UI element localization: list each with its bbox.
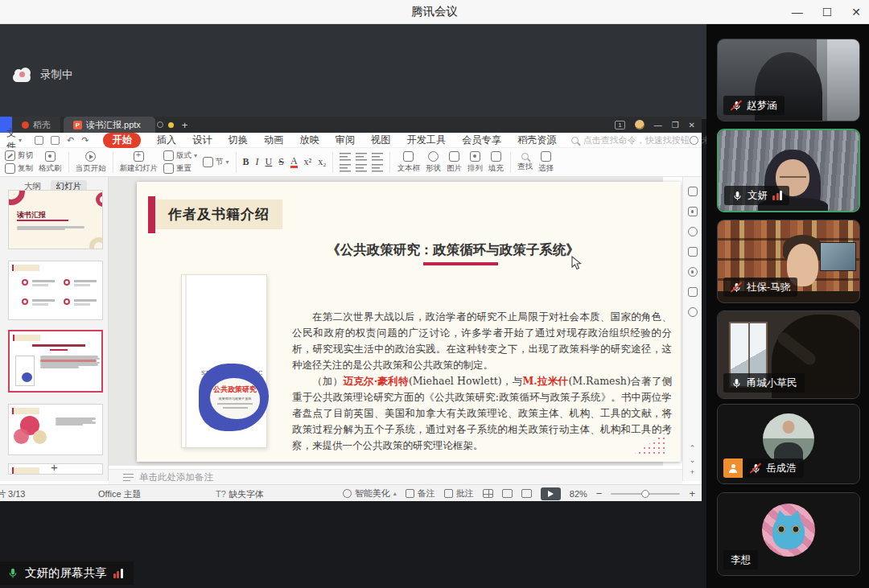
participant-tile-lixiang[interactable]: 李想 [717,492,860,576]
slide-thumbnail-4[interactable] [8,404,103,455]
copy-button[interactable]: 复制 [5,163,33,174]
number-list-icon[interactable] [356,153,367,161]
participant-tile-yongchengxiaocaomin[interactable]: 甬城小草民 [717,310,860,399]
help-icon[interactable] [688,267,698,277]
format-painter-button[interactable]: 格式刷 [39,151,62,174]
ribbon-tab-member[interactable]: 会员专享 [462,134,501,147]
select-button[interactable]: 选择 [538,151,554,174]
wps-minimize-icon[interactable]: — [654,121,662,130]
zoom-level[interactable]: 82% [570,489,587,499]
indent-icon[interactable] [372,153,383,161]
missing-font-status[interactable]: T? 缺失字体 [216,488,264,500]
redo-icon[interactable]: ↷ [81,135,89,146]
cut-button[interactable]: 剪切 [5,150,33,161]
reading-view-icon[interactable] [521,489,532,498]
zoom-slider[interactable] [611,493,680,495]
new-tab-button[interactable]: + [174,117,196,133]
wps-close-icon[interactable]: ✕ [689,121,695,130]
reset-button[interactable]: 重置 [163,163,197,174]
selection-pane-icon[interactable] [688,247,698,257]
participant-tile-yuechenghao[interactable]: 岳成浩 [717,404,860,484]
ribbon-tab-docer-res[interactable]: 稻壳资源 [517,134,557,147]
workspace-badge[interactable]: 1 [615,121,624,130]
participant-tile-wenyan-speaking[interactable]: 文妍 [717,129,860,212]
zoom-out-button[interactable]: − [596,487,603,500]
bullet-list-icon[interactable] [340,153,351,161]
arrange-button[interactable]: 排列 [467,151,483,174]
picture-button[interactable]: 图片 [447,151,462,174]
smart-beautify-button[interactable]: 智能美化▴ [343,487,397,500]
wps-content-region: 大纲 幻灯片 读书汇报 [0,177,702,521]
settings-gear-icon[interactable] [688,307,698,317]
notes-bar[interactable]: 单击此处添加备注 [109,469,682,484]
ribbon-tab-insert[interactable]: 插入 [157,134,176,147]
participant-tile-zhaomenghan[interactable]: 赵梦涵 [717,39,860,121]
wps-account-avatar[interactable] [635,120,645,130]
play-from-current-button[interactable]: 当页开始 [76,151,106,174]
align-center-icon[interactable] [356,164,367,172]
find-button[interactable]: 查找 [517,153,533,172]
slide-canvas: 作者及书籍介绍 《公共政策研究：政策循环与政策子系统》 STUDYING PUB… [109,177,663,466]
image-tools-icon[interactable] [688,287,698,297]
share-badge-label: 文妍的屏幕共享 [25,565,107,581]
participant-tile-shebaomaxiao[interactable]: 社保-马骁 [717,220,860,303]
line-spacing-icon[interactable] [372,164,383,172]
textbox-button[interactable]: 文本框 [397,151,420,174]
italic-button[interactable]: I [256,156,259,168]
bold-button[interactable]: B [243,156,249,168]
command-search[interactable]: 点击查找命令，快速找按钮 [571,134,690,146]
normal-view-icon[interactable] [483,489,493,498]
ribbon-tab-devtools[interactable]: 开发工具 [406,134,446,147]
prev-slide-icon[interactable]: ⌃ [690,444,696,452]
strikethrough-button[interactable]: S [278,156,284,168]
notes-toggle[interactable]: 备注 [406,487,435,500]
close-button[interactable]: ✕ [851,6,861,19]
align-left-icon[interactable] [340,164,351,172]
cat-avatar-icon [772,516,805,549]
slide-thumbnail-3-selected[interactable] [8,330,103,393]
window-controls: — ☐ ✕ [792,0,861,24]
ribbon-tab-slideshow[interactable]: 放映 [299,134,319,147]
theme-status[interactable]: Office 主题 [98,488,142,500]
subscript-button[interactable]: x₂ [318,156,326,168]
ribbon-tab-design[interactable]: 设计 [192,134,212,147]
section-button[interactable]: 节▾ [203,157,229,167]
rail-add-icon[interactable]: + [690,468,694,476]
slide-thumbnail-1[interactable]: 读书汇报 [8,190,103,249]
slide-body-text[interactable]: 在第二次世界大战以后，政治学者的研究不止局限于对社会本质、国家的角色、公民和政府… [292,309,672,454]
wps-restore-icon[interactable]: ❐ [672,121,679,130]
minimize-button[interactable]: — [792,6,803,19]
fill-button[interactable]: 填充 [488,151,504,174]
beautify-icon[interactable] [688,227,698,236]
save-icon[interactable] [35,136,43,145]
properties-icon[interactable] [688,207,698,216]
ribbon-tab-transition[interactable]: 切换 [229,134,248,147]
add-slide-button[interactable]: + [0,460,109,474]
slide-heading[interactable]: 《公共政策研究：政策循环与政策子系统》 [233,241,673,259]
maximize-button[interactable]: ☐ [822,6,833,19]
slide-title-box[interactable]: 作者及书籍介绍 [155,199,282,229]
slide-thumbnail-2[interactable] [8,261,103,320]
sorter-view-icon[interactable] [502,489,513,498]
tab-document-active[interactable]: P 读书汇报.pptx [64,117,155,133]
ribbon-tab-animation[interactable]: 动画 [264,134,283,147]
ribbon-tab-view[interactable]: 视图 [371,134,390,147]
comments-toggle[interactable]: 批注 [444,487,474,500]
ribbon-tab-review[interactable]: 审阅 [336,134,355,147]
current-slide[interactable]: 作者及书籍介绍 《公共政策研究：政策循环与政策子系统》 STUDYING PUB… [137,182,681,462]
animation-pane-icon[interactable] [688,187,698,196]
print-icon[interactable] [51,136,60,145]
zoom-in-button[interactable]: + [689,487,695,500]
slideshow-play-button[interactable] [541,487,561,500]
next-slide-icon[interactable]: ⌄ [690,456,696,464]
font-color-button[interactable]: A [290,157,298,168]
shape-button[interactable]: 形状 [426,151,441,174]
zoom-slider-knob[interactable] [641,490,649,498]
undo-icon[interactable]: ↶ [67,135,74,146]
new-slide-button[interactable]: 新建幻灯片 [120,151,159,174]
book-cover-image[interactable]: STUDYING PUBLIC POLICY 公共政策研究 政策循环与政策子系统 [181,274,267,448]
underline-button[interactable]: U [266,156,273,168]
superscript-button[interactable]: x² [304,156,312,168]
layout-button[interactable]: 版式▾ [163,150,197,161]
ribbon-tab-home[interactable]: 开始 [103,133,140,148]
